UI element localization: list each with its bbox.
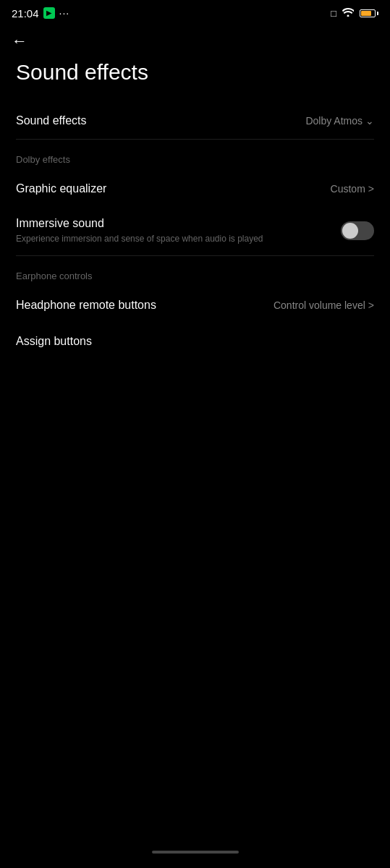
assign-buttons-row[interactable]: Assign buttons bbox=[0, 323, 390, 359]
immersive-sound-text: Immersive sound Experience immersion and… bbox=[16, 217, 341, 245]
headphone-remote-buttons-label: Headphone remote buttons bbox=[16, 299, 156, 312]
status-extra-dots: ··· bbox=[59, 7, 70, 19]
immersive-sound-title: Immersive sound bbox=[16, 217, 329, 230]
dolby-effects-section-label: Dolby effects bbox=[0, 140, 390, 171]
page-title: Sound effects bbox=[0, 54, 390, 103]
assign-buttons-label: Assign buttons bbox=[16, 335, 92, 348]
earphone-controls-section-label: Earphone controls bbox=[0, 256, 390, 287]
immersive-sound-row: Immersive sound Experience immersion and… bbox=[0, 207, 390, 255]
wifi-icon bbox=[342, 8, 354, 19]
sound-effects-value: Dolby Atmos ⌄ bbox=[305, 115, 374, 127]
notification-dot: ▶ bbox=[43, 7, 55, 19]
graphic-equalizer-chevron: > bbox=[368, 183, 374, 195]
toggle-knob bbox=[342, 223, 358, 239]
status-left: 21:04 ▶ ··· bbox=[12, 7, 69, 20]
photo-icon: □ bbox=[331, 8, 336, 19]
headphone-remote-chevron: > bbox=[368, 299, 374, 311]
sound-effects-chevron: ⌄ bbox=[365, 115, 374, 127]
sound-effects-toggle-row[interactable]: Sound effects Dolby Atmos ⌄ bbox=[0, 103, 390, 139]
status-bar: 21:04 ▶ ··· □ bbox=[0, 0, 390, 26]
headphone-remote-buttons-value: Control volume level > bbox=[274, 299, 374, 311]
status-right: □ bbox=[331, 8, 378, 19]
sound-effects-label: Sound effects bbox=[16, 114, 87, 127]
back-button[interactable]: ← bbox=[0, 26, 390, 54]
graphic-equalizer-value: Custom > bbox=[331, 183, 374, 195]
graphic-equalizer-row[interactable]: Graphic equalizer Custom > bbox=[0, 171, 390, 207]
headphone-remote-buttons-row[interactable]: Headphone remote buttons Control volume … bbox=[0, 287, 390, 323]
status-time: 21:04 bbox=[12, 7, 39, 20]
immersive-sound-description: Experience immersion and sense of space … bbox=[16, 233, 329, 245]
graphic-equalizer-label: Graphic equalizer bbox=[16, 182, 106, 195]
immersive-sound-toggle[interactable] bbox=[341, 221, 374, 240]
back-arrow-icon: ← bbox=[12, 32, 27, 50]
battery-icon bbox=[360, 9, 378, 17]
bottom-nav-bar bbox=[152, 851, 239, 854]
